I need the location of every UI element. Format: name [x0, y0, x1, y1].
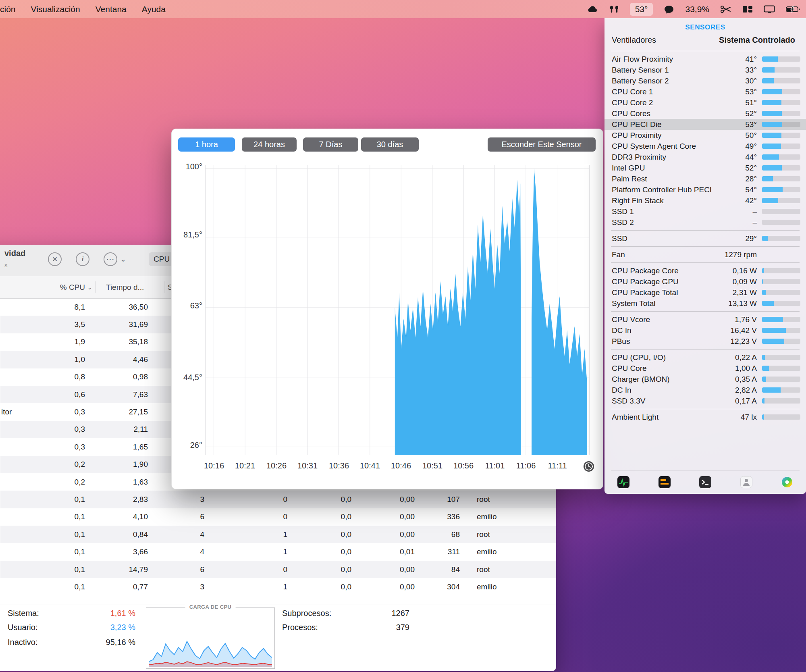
cpu-load-title: CARGA DE CPU — [185, 604, 236, 610]
idle-cell: 0 — [245, 495, 287, 504]
divider — [611, 230, 800, 231]
sensor-row[interactable]: Right Fin Stack42° — [604, 195, 806, 206]
time-cell: 27,15 — [87, 408, 148, 416]
column-header-time[interactable]: Tiempo d... — [106, 283, 144, 292]
time-indicator-button[interactable] — [584, 461, 594, 472]
cpu-cell: 0,1 — [25, 512, 85, 521]
sensor-row[interactable]: CPU Core1,00 A — [604, 363, 806, 374]
sensor-row[interactable]: Palm Rest28° — [604, 173, 806, 184]
scissors-icon[interactable] — [720, 5, 731, 13]
sensor-row[interactable]: CPU Package Core0,16 W — [604, 265, 806, 276]
cloud-icon[interactable] — [586, 5, 598, 13]
chevron-down-icon[interactable]: ⌄ — [120, 255, 126, 264]
cpu-history-app-icon[interactable] — [617, 476, 629, 488]
sensor-row[interactable]: PBus12,23 V — [604, 336, 806, 347]
fans-mode: Sistema Controlado — [719, 35, 795, 45]
cpu-cell: 0,2 — [25, 478, 85, 487]
window-tiling-icon[interactable] — [742, 6, 753, 13]
sensor-row[interactable]: CPU Vcore1,76 V — [604, 314, 806, 325]
sensor-bar — [762, 366, 800, 371]
cpu-cell: 0,2 — [25, 460, 85, 469]
menu-item-partial[interactable]: ción — [0, 4, 16, 14]
fans-row[interactable]: Ventiladores Sistema Controlado — [604, 31, 806, 48]
more-options-button[interactable]: ⋯ — [104, 252, 117, 266]
sensor-value: 49° — [719, 142, 757, 151]
sensor-row[interactable]: Battery Sensor 230° — [604, 75, 806, 86]
sensor-row[interactable]: Battery Sensor 133° — [604, 64, 806, 75]
sensor-row[interactable]: CPU Package Total2,31 W — [604, 287, 806, 298]
sensor-row[interactable]: Platform Controller Hub PECI54° — [604, 184, 806, 195]
sensor-row[interactable]: DC In16,42 V — [604, 325, 806, 336]
range-1h-button[interactable]: 1 hora — [178, 137, 235, 152]
browser-app-icon[interactable] — [781, 476, 793, 488]
automator-app-icon[interactable] — [740, 476, 752, 488]
gpu-cell: 0,0 — [309, 583, 351, 591]
sensor-value: – — [719, 207, 757, 216]
process-row[interactable]: 0,13,66410,00,01311emilio — [0, 543, 556, 560]
display-icon[interactable] — [764, 5, 775, 13]
clock-app-icon[interactable] — [659, 476, 671, 488]
chat-bubble-icon[interactable] — [664, 5, 674, 14]
sensor-row[interactable]: SSD 2– — [604, 217, 806, 228]
sensor-value: 52° — [719, 164, 757, 173]
sensor-row[interactable]: SSD 1– — [604, 206, 806, 217]
sensor-row[interactable]: CPU Package GPU0,09 W — [604, 276, 806, 287]
sensor-row[interactable]: DC In2,82 A — [604, 385, 806, 395]
menu-item-ayuda[interactable]: Ayuda — [142, 4, 166, 14]
process-row[interactable]: 0,114,79600,00,0084root — [0, 561, 556, 578]
time-cell: 2,11 — [87, 425, 148, 434]
sensor-row[interactable]: CPU System Agent Core49° — [604, 141, 806, 152]
sensor-value: 0,17 A — [719, 397, 757, 406]
process-row[interactable]: 0,12,83300,00,00107root — [0, 491, 556, 508]
sensor-row[interactable]: CPU (CPU, I/O)0,22 A — [604, 352, 806, 363]
inspect-process-button[interactable]: i — [76, 252, 89, 266]
column-separator — [164, 281, 164, 293]
terminal-app-icon[interactable] — [699, 476, 711, 488]
process-row[interactable]: 0,10,77310,00,00304emilio — [0, 578, 556, 595]
hide-sensor-button[interactable]: Esconder Este Sensor — [488, 137, 596, 152]
column-header-cpu[interactable]: % CPU — [25, 283, 85, 292]
sistema-label: Sistema: — [8, 609, 39, 618]
sensor-row-cpu-peci-die[interactable]: CPU PECI Die53° — [604, 119, 806, 130]
sensor-name: CPU Core — [612, 364, 719, 373]
time-cell: 0,77 — [87, 583, 148, 591]
sensor-row[interactable]: CPU Cores52° — [604, 108, 806, 119]
range-24h-button[interactable]: 24 horas — [242, 137, 297, 152]
sensor-name: CPU Vcore — [612, 315, 719, 324]
sensor-name: Charger (BMON) — [612, 375, 719, 384]
sensor-row-fan[interactable]: Fan1279 rpm — [604, 249, 806, 260]
range-7d-button[interactable]: 7 Días — [303, 137, 358, 152]
sensor-row[interactable]: CPU Proximity50° — [604, 130, 806, 141]
voltage-group: CPU Vcore1,76 V DC In16,42 V PBus12,23 V — [604, 314, 806, 347]
process-row[interactable]: 0,14,10600,00,00336emilio — [0, 508, 556, 526]
menu-extra-temperature[interactable]: 53° — [630, 3, 653, 16]
battery-charging-icon[interactable] — [786, 6, 800, 13]
sensor-bar — [762, 301, 800, 306]
process-row[interactable]: 0,10,84410,00,0068root — [0, 526, 556, 543]
divider — [611, 470, 800, 470]
sensor-row[interactable]: DDR3 Proximity44° — [604, 152, 806, 162]
airpods-icon[interactable] — [609, 5, 619, 13]
sensor-row[interactable]: Intel GPU52° — [604, 162, 806, 173]
quit-process-button[interactable]: ✕ — [48, 252, 62, 266]
sensor-row[interactable]: System Total13,13 W — [604, 298, 806, 309]
sensor-row[interactable]: CPU Core 251° — [604, 97, 806, 108]
sensor-row[interactable]: Air Flow Proximity41° — [604, 54, 806, 64]
sensor-row-ssd[interactable]: SSD29° — [604, 233, 806, 244]
cpu-cell: 0,1 — [25, 495, 85, 504]
sensor-row[interactable]: SSD 3.3V0,17 A — [604, 395, 806, 406]
range-30d-button[interactable]: 30 días — [361, 137, 419, 152]
gpu-cell: 0,0 — [309, 530, 351, 539]
x-tick-label: 11:11 — [543, 461, 571, 470]
cpu-cell: 8,1 — [25, 303, 85, 312]
sensor-row[interactable]: Charger (BMON)0,35 A — [604, 374, 806, 385]
sensor-bar — [762, 377, 800, 382]
idle-cell: 1 — [245, 547, 287, 556]
time-cell: 14,79 — [87, 565, 148, 574]
x-tick-label: 10:21 — [231, 461, 259, 470]
menu-extra-battery-percent[interactable]: 33,9% — [685, 4, 709, 14]
sensor-row[interactable]: CPU Core 153° — [604, 86, 806, 97]
menu-item-ventana[interactable]: Ventana — [96, 4, 127, 14]
sensor-row-ambient-light[interactable]: Ambient Light47 lx — [604, 412, 806, 422]
menu-item-visualizacion[interactable]: Visualización — [31, 4, 80, 14]
